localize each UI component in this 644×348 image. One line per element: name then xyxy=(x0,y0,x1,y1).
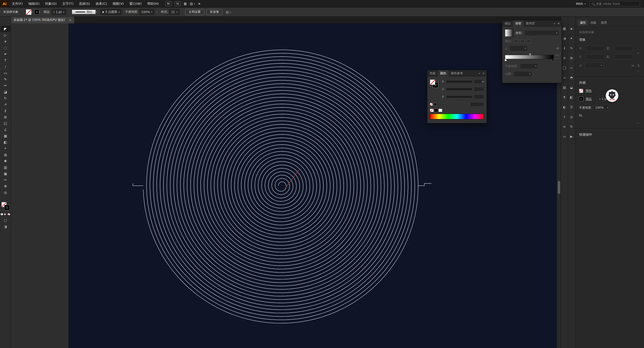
dock-icon-swatches[interactable]: ▦ xyxy=(561,26,568,31)
gradient-stop-black[interactable] xyxy=(552,59,554,61)
shape-builder-tool[interactable]: ◱ xyxy=(1,120,11,126)
chevron-right-icon[interactable]: › xyxy=(156,10,157,14)
gradient-slider[interactable] xyxy=(505,55,554,59)
chevron-down-icon[interactable]: ▾ xyxy=(63,11,64,13)
pen-tool[interactable]: ✒ xyxy=(1,51,11,57)
share-icon[interactable]: ➤ xyxy=(198,2,201,6)
stop-location-dropdown[interactable]: ▾ xyxy=(514,71,532,77)
none-swatch[interactable] xyxy=(430,109,434,112)
style-dropdown[interactable]: ▾ xyxy=(169,9,180,15)
document-setup-button[interactable]: 文档设置 xyxy=(185,9,204,15)
dock-icon-gradient[interactable]: ◧ xyxy=(568,94,575,100)
channel-slider[interactable] xyxy=(447,81,472,83)
zoom-tool[interactable]: ◎ xyxy=(1,189,11,196)
menu-file[interactable]: 文件(F) xyxy=(9,0,26,7)
color-panel-tab-color-guide[interactable]: 颜色参考 xyxy=(449,70,465,76)
channel-slider[interactable] xyxy=(447,88,472,90)
delete-stop-icon[interactable] xyxy=(556,55,559,59)
fill-swatch-none[interactable] xyxy=(430,80,435,85)
chevron-down-icon[interactable]: ▾ xyxy=(31,11,33,13)
dock-icon-layers[interactable]: ≡ xyxy=(561,124,568,129)
scale-tool[interactable]: ⇗ xyxy=(1,101,11,107)
dock-icon-transform[interactable]: ⊞ xyxy=(568,55,575,61)
free-transform-tool[interactable]: ⊞ xyxy=(1,114,11,120)
close-icon[interactable]: × xyxy=(69,18,72,22)
panel-menu-icon[interactable]: ≡ xyxy=(481,80,484,84)
dock-icon-brushes[interactable]: ✎ xyxy=(568,45,575,51)
gradient-tool[interactable]: ◧ xyxy=(1,139,11,145)
fx-button[interactable]: fx. xyxy=(579,114,583,117)
width-profile-dropdown[interactable]: 等比 xyxy=(72,10,96,14)
collapse-panel-icon[interactable]: « xyxy=(478,72,480,75)
stop-opacity-dropdown[interactable]: ▾ xyxy=(520,63,538,69)
stock-icon[interactable]: St xyxy=(175,1,181,6)
hand-tool[interactable]: ✥ xyxy=(1,183,11,189)
brush-definition-dropdown[interactable]: 3 点圆形 ▾ xyxy=(100,9,122,15)
gradient-panel-tab-stroke[interactable]: 描边 xyxy=(502,20,513,27)
fill-link[interactable]: 填色 xyxy=(586,89,592,93)
slice-tool[interactable]: ✂ xyxy=(1,177,11,183)
dock-icon-libraries[interactable]: ◈ xyxy=(568,26,575,31)
black-swatch[interactable] xyxy=(434,109,438,112)
stroke-gradient-across-icon[interactable] xyxy=(527,40,531,43)
dock-icon-artboards[interactable]: ▭ xyxy=(561,134,568,139)
dock-icon-links[interactable]: ∞ xyxy=(561,75,568,80)
illustrator-logo[interactable]: Ai xyxy=(0,0,9,8)
eraser-tool[interactable]: ◪ xyxy=(1,89,11,95)
stroke-swatch[interactable] xyxy=(579,97,583,101)
stroke-swatch[interactable] xyxy=(5,205,10,210)
stepper-arrows-icon[interactable]: ▴▾ xyxy=(54,11,55,14)
dock-icon-info[interactable]: ℹ xyxy=(561,45,568,51)
color-panel-tab-swatches[interactable]: 色板 xyxy=(427,70,438,76)
dock-icon-graphic-styles[interactable]: ▤ xyxy=(561,85,568,90)
more-options-icon[interactable]: … xyxy=(579,121,640,124)
more-options-icon[interactable]: … xyxy=(579,69,640,72)
rotate-dropdown[interactable]: ▾ xyxy=(585,63,603,68)
menu-window[interactable]: 窗口(W) xyxy=(127,0,144,7)
x-field[interactable] xyxy=(586,46,605,51)
layout-grid-icon[interactable]: ▦ xyxy=(184,2,187,6)
fill-swatch-none[interactable] xyxy=(579,89,583,93)
menu-select[interactable]: 选择(S) xyxy=(76,0,93,7)
bridge-icon[interactable]: Br xyxy=(166,1,172,6)
column-graph-tool[interactable]: ▥ xyxy=(1,164,11,170)
lasso-tool[interactable]: ◌ xyxy=(1,45,11,51)
close-icon[interactable]: × xyxy=(482,72,485,75)
height-field[interactable] xyxy=(614,54,633,60)
symbol-sprayer-tool[interactable]: ✺ xyxy=(1,158,11,164)
dock-icon-navigator[interactable]: ◎ xyxy=(568,114,575,120)
opacity-link[interactable]: 不透明度 xyxy=(579,106,591,110)
draw-mode-icon[interactable]: ▢ xyxy=(4,218,7,222)
gradient-panel-tab-gradient[interactable]: 渐变 xyxy=(513,20,524,27)
flip-vertical-icon[interactable]: ⇅ xyxy=(637,64,640,67)
color-spectrum-bar[interactable] xyxy=(430,114,484,119)
opacity-dropdown[interactable]: 100% ▾ xyxy=(139,9,154,15)
paintbrush-tool[interactable]: ✎ xyxy=(1,76,11,82)
magic-wand-tool[interactable]: ✶ xyxy=(1,38,11,45)
pencil-tool[interactable]: ✏ xyxy=(1,82,11,89)
dock-icon-align[interactable]: ▱ xyxy=(568,65,575,70)
tab-layers[interactable]: 图层 xyxy=(599,20,609,26)
stroke-gradient-within-icon[interactable] xyxy=(514,40,518,43)
opacity-dropdown[interactable]: 100% ▾ xyxy=(594,105,610,110)
search-input[interactable] xyxy=(596,2,636,6)
color-button[interactable] xyxy=(1,213,3,215)
white-swatch[interactable] xyxy=(438,109,442,112)
reverse-gradient-icon[interactable]: ⇄ xyxy=(556,47,559,50)
dock-icon-image-trace[interactable]: ☰ xyxy=(568,104,575,110)
fill-color-swatch[interactable] xyxy=(26,9,31,15)
rotate-tool[interactable]: ↻ xyxy=(1,95,11,101)
dock-icon-transparency[interactable]: ◒ xyxy=(568,85,575,90)
dock-icon-history[interactable]: ↻ xyxy=(568,124,575,129)
flip-horizontal-icon[interactable]: ⇌ xyxy=(631,64,634,67)
screen-mode-icon[interactable]: ◨ xyxy=(4,225,7,228)
blend-tool[interactable]: ◍ xyxy=(1,151,11,158)
eyedropper-tool[interactable]: ⌖ xyxy=(1,145,11,151)
black-mini-swatch[interactable] xyxy=(434,103,437,106)
width-tool[interactable]: ≬ xyxy=(1,107,11,114)
dock-icon-character[interactable]: A xyxy=(561,55,568,61)
menu-view[interactable]: 视图(V) xyxy=(110,0,127,7)
tab-properties[interactable]: 属性 xyxy=(578,20,588,26)
rectangle-tool[interactable]: ▭ xyxy=(1,70,11,76)
gradient-angle-dropdown[interactable]: ▾ xyxy=(510,46,528,51)
